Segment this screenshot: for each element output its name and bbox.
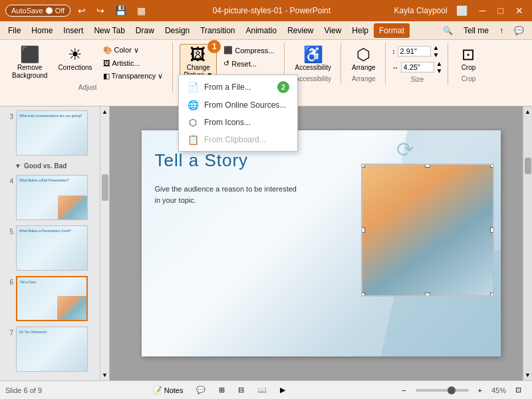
reset-button[interactable]: ↺ Reset...	[219, 57, 278, 70]
ribbon-group-crop: ⊡ Crop Crop	[450, 43, 487, 84]
zoom-thumb[interactable]	[448, 386, 456, 394]
ribbon-group-arrange: ⬡ Arrange Arrange	[342, 43, 386, 84]
slide-num-5: 5	[4, 228, 13, 235]
save-button[interactable]: 💾	[112, 4, 130, 17]
artistic-button[interactable]: 🖼 Artistic...	[99, 57, 168, 69]
handle-br[interactable]	[490, 293, 494, 297]
menu-design[interactable]: Design	[160, 23, 195, 38]
crop-label: Crop	[462, 64, 476, 71]
slide-icon: ⟳	[396, 137, 414, 162]
accessibility-button[interactable]: ♿ Accessibility	[291, 44, 335, 74]
autosave-toggle[interactable]: AutoSave Off	[5, 5, 70, 17]
handle-tc[interactable]	[425, 164, 430, 168]
comments-button[interactable]: 💬	[509, 23, 529, 38]
height-input[interactable]	[398, 46, 431, 57]
arrange-label: Arrange	[352, 64, 376, 71]
canvas-vscroll[interactable]: ▲ ▼	[523, 106, 532, 380]
crop-button[interactable]: ⊡ Crop	[455, 44, 481, 74]
transparency-button[interactable]: ◧ Transparency ∨	[99, 70, 168, 82]
minimize-button[interactable]: ─	[476, 4, 489, 17]
menu-file[interactable]: File	[3, 23, 26, 38]
autosave-state: Off	[55, 7, 65, 15]
slide-thumb-4[interactable]: What Makes a Bad Presentation?	[16, 175, 88, 220]
zoom-in-button[interactable]: +	[473, 385, 487, 396]
color-label: Color ∨	[114, 46, 139, 55]
share-button[interactable]: ↑	[494, 23, 509, 38]
slide-item-5[interactable]: 5 What Makes a Presentation Good?	[3, 224, 106, 272]
compress-label: Compress...	[235, 47, 274, 55]
width-input[interactable]	[401, 62, 434, 72]
menu-format[interactable]: Format	[374, 23, 410, 38]
ribbon-group-adjust: ⬛ RemoveBackground ☀ Corrections 🎨 Color…	[3, 43, 173, 92]
reading-view[interactable]: 📖	[252, 384, 272, 396]
menu-insert[interactable]: Insert	[58, 23, 88, 38]
maximize-button[interactable]: □	[495, 4, 507, 17]
color-button[interactable]: 🎨 Color ∨	[99, 44, 168, 57]
section-name: Good vs. Bad	[24, 162, 66, 170]
handle-tl[interactable]	[361, 164, 365, 168]
redo-button[interactable]: ↪	[93, 4, 108, 17]
corrections-button[interactable]: ☀ Corrections	[54, 44, 96, 74]
remove-background-button[interactable]: ⬛ RemoveBackground	[8, 44, 51, 82]
presenter-view[interactable]: ▶	[275, 384, 291, 396]
slide-photo[interactable]	[361, 164, 494, 297]
zoom-out-button[interactable]: −	[396, 385, 411, 396]
search-button[interactable]: 🔍	[438, 23, 458, 38]
tell-me-button[interactable]: Tell me	[458, 23, 494, 38]
slide-thumb-3[interactable]: What kind of presentations are you givin…	[16, 110, 88, 156]
close-button[interactable]: ✕	[512, 4, 527, 17]
menu-help[interactable]: Help	[346, 23, 374, 38]
slide-thumb-5[interactable]: What Makes a Presentation Good?	[16, 225, 88, 271]
slide-panel-scrollbar[interactable]: ▲ ▼	[100, 106, 109, 380]
fit-slide-button[interactable]: ⊡	[510, 384, 527, 396]
artistic-label: Artistic...	[112, 59, 140, 67]
zoom-slider[interactable]	[416, 389, 469, 392]
present-button[interactable]: ▦	[134, 4, 149, 17]
handle-bl[interactable]	[361, 293, 365, 297]
menu-home[interactable]: Home	[26, 23, 58, 38]
notes-button[interactable]: 📝 Notes	[148, 384, 189, 396]
comments-toggle[interactable]: 💬	[191, 384, 211, 396]
scroll-down-arrow[interactable]: ▼	[100, 370, 110, 380]
slide-thumb-6[interactable]: Tell a Story	[16, 276, 88, 321]
menu-transition[interactable]: Transition	[195, 23, 240, 38]
from-icons-label: From Icons...	[204, 118, 251, 127]
ribbon-toggle-button[interactable]: ⬜	[453, 4, 471, 17]
compress-button[interactable]: ⬛ Compress...	[219, 44, 278, 57]
dropdown-from-icons[interactable]: ⬡ From Icons...	[179, 114, 297, 131]
dropdown-from-online[interactable]: 🌐 From Online Sources...	[179, 96, 297, 114]
menu-review[interactable]: Review	[282, 23, 319, 38]
slide-thumb-7[interactable]: Do You Homework	[16, 327, 88, 372]
dropdown-from-file[interactable]: 📄 From a File... 2	[179, 78, 297, 96]
from-file-label: From a File...	[204, 82, 251, 92]
scroll-up-arrow[interactable]: ▲	[100, 106, 110, 117]
slide-item-4[interactable]: 4 What Makes a Bad Presentation?	[3, 174, 106, 221]
undo-button[interactable]: ↩	[74, 4, 89, 17]
menu-newtab[interactable]: New Tab	[88, 23, 130, 38]
arrange-button[interactable]: ⬡ Arrange	[348, 44, 380, 74]
compress-icon: ⬛	[223, 46, 233, 55]
handle-mr[interactable]	[490, 227, 494, 233]
handle-tr[interactable]	[490, 164, 494, 168]
height-row: ↕ ▲▼	[392, 44, 440, 59]
adjust-label: Adjust	[78, 84, 97, 91]
status-left: Slide 6 of 9	[5, 386, 42, 394]
status-bar: Slide 6 of 9 📝 Notes 💬 ⊞ ⊟ 📖 ▶ − + 45% ⊡	[0, 380, 532, 399]
slide-item-7[interactable]: 7 Do You Homework	[3, 325, 106, 373]
handle-bc[interactable]	[425, 293, 430, 297]
slide-item-3[interactable]: 3 What kind of presentations are you giv…	[3, 109, 106, 157]
canvas-scroll-up[interactable]: ▲	[523, 106, 532, 117]
menu-draw[interactable]: Draw	[130, 23, 160, 38]
slide-sorter-view[interactable]: ⊟	[233, 384, 249, 396]
normal-view[interactable]: ⊞	[213, 384, 230, 396]
canvas-scroll-down[interactable]: ▼	[523, 370, 532, 380]
scroll-thumb[interactable]	[102, 174, 108, 201]
menu-animation[interactable]: Animatio	[240, 23, 282, 38]
menu-view[interactable]: View	[319, 23, 347, 38]
from-online-label: From Online Sources...	[204, 100, 286, 110]
handle-ml[interactable]	[361, 227, 365, 233]
canvas-scroll-thumb[interactable]	[525, 158, 531, 174]
slide-thumb-content-5: What Makes a Presentation Good?	[17, 226, 87, 270]
slide-info: Slide 6 of 9	[5, 386, 42, 394]
slide-item-6[interactable]: 6 Tell a Story	[3, 275, 106, 323]
